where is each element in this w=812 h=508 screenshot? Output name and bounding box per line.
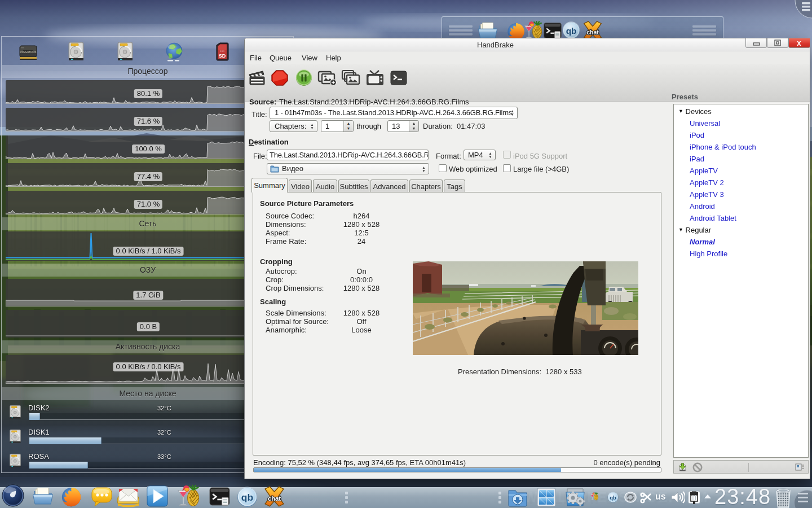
svg-text:ROVERBOOK: ROVERBOOK [20,51,36,54]
svg-text:SD: SD [219,53,226,59]
svg-text:4GB: 4GB [220,50,224,52]
svg-text:x: x [797,38,801,47]
